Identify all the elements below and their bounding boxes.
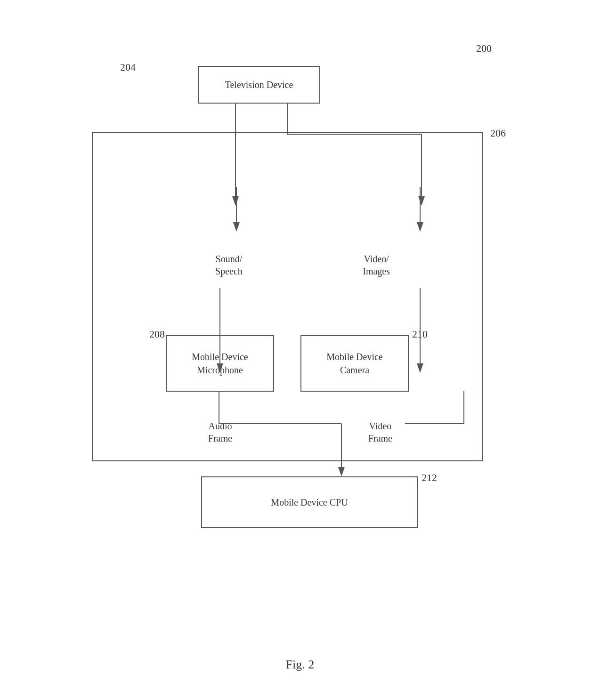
ref-208: 208 xyxy=(149,328,165,340)
camera-box: Mobile Device Camera xyxy=(300,335,409,392)
ref-206: 206 xyxy=(490,127,506,139)
mic-label: Mobile Device Microphone xyxy=(192,350,248,377)
ref-204: 204 xyxy=(120,61,136,73)
video-images-label: Video/ Images xyxy=(363,253,390,277)
tv-device-box: Television Device xyxy=(198,66,320,104)
ref-200: 200 xyxy=(476,42,492,55)
tv-device-label: Television Device xyxy=(225,78,293,91)
ref-212: 212 xyxy=(422,472,437,484)
mic-box: Mobile Device Microphone xyxy=(166,335,274,392)
cpu-label: Mobile Device CPU xyxy=(271,496,348,509)
fig-caption: Fig. 2 xyxy=(0,658,600,672)
diagram-container: 200 204 Television Device 206 Sound/ Spe… xyxy=(47,28,553,615)
video-frame-label: Video Frame xyxy=(368,420,392,444)
inner-arrows-svg xyxy=(93,133,482,460)
outer-box: Sound/ Speech Video/ Images 208 Mobile D… xyxy=(92,132,483,461)
ref-210: 210 xyxy=(412,328,428,340)
cpu-box: Mobile Device CPU xyxy=(201,476,418,528)
camera-label: Mobile Device Camera xyxy=(326,350,382,377)
audio-frame-label: Audio Frame xyxy=(208,420,232,444)
sound-speech-label: Sound/ Speech xyxy=(215,253,243,277)
